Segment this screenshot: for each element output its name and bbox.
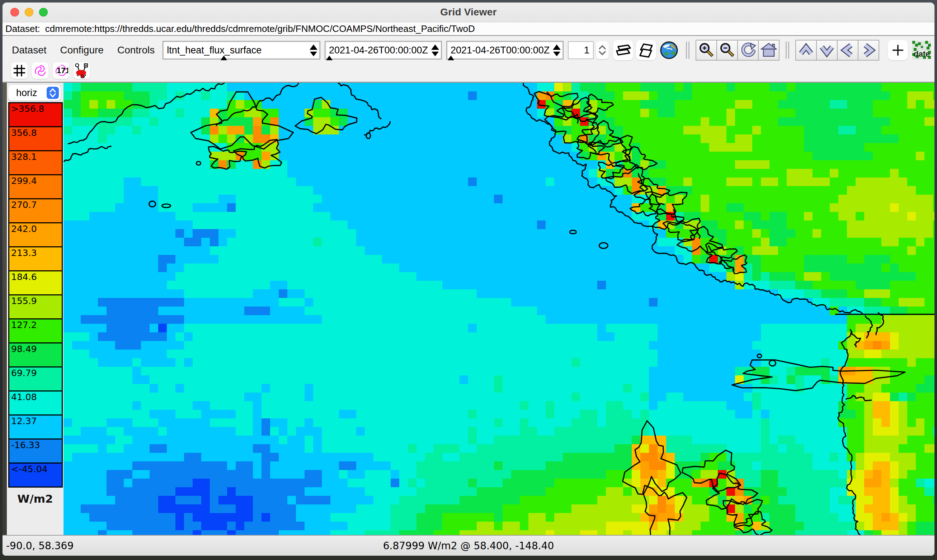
legend-entry: <-45.04 xyxy=(8,463,63,488)
runtime-combo-value: 2021-04-26T00:00:00Z xyxy=(329,45,429,56)
zoom-in-button[interactable] xyxy=(696,40,717,60)
legend-entry: 98.49 xyxy=(8,342,63,368)
zoom-out-button[interactable] xyxy=(717,40,738,60)
legend-entry: 184.6 xyxy=(8,270,63,295)
variable-combo-value: ltnt_heat_flux_surface xyxy=(167,45,307,56)
grid-viewer-window: Grid Viewer Dataset: cdmremote:https://t… xyxy=(3,3,934,556)
legend-entry: 127.2 xyxy=(8,318,63,343)
layers-button[interactable] xyxy=(613,40,633,60)
window-title: Grid Viewer xyxy=(440,6,496,18)
grid-toggle-button[interactable] xyxy=(11,62,28,79)
dataset-label: Dataset: xyxy=(5,23,40,34)
main-toolbar: Dataset Configure Controls ltnt_heat_flu… xyxy=(3,36,934,65)
svg-text:171: 171 xyxy=(57,66,68,75)
legend-entry: 299.4 xyxy=(8,174,63,199)
menu-configure[interactable]: Configure xyxy=(60,45,104,56)
probe-value-readout: 6.87999 W/m2 @ 58.400, -148.40 xyxy=(3,540,934,552)
legend-entry: 155.9 xyxy=(8,294,63,320)
legend-entry: >356.8 xyxy=(8,102,63,127)
legend-entry: 242.0 xyxy=(8,222,63,248)
contours-swirl-icon xyxy=(33,63,47,78)
legend-entry: 356.8 xyxy=(8,126,63,151)
dateline-map-icon: date xyxy=(912,41,931,60)
legend-entry: 328.1 xyxy=(8,150,63,175)
view-selector[interactable]: horiz xyxy=(8,85,61,101)
add-view-button[interactable] xyxy=(888,40,908,60)
nav-left-button[interactable] xyxy=(838,40,858,60)
chevron-down-icon xyxy=(818,42,835,58)
caret-marker-icon xyxy=(448,55,454,60)
nav-right-button[interactable] xyxy=(858,40,878,60)
chevron-up-icon xyxy=(598,45,606,50)
layers-icon xyxy=(615,42,632,58)
contour-labels-icon: 171 xyxy=(54,63,68,78)
status-bar: -90.0, 58.369 6.87999 W/m2 @ 58.400, -14… xyxy=(3,535,934,556)
zoom-in-icon xyxy=(698,42,715,58)
nav-down-button[interactable] xyxy=(817,40,838,60)
home-button[interactable] xyxy=(759,40,779,60)
valid-time-combo-value: 2021-04-26T00:00:00Z xyxy=(450,45,551,56)
content-area: horiz >356.8356.8328.1299.4270.7242.0213… xyxy=(3,83,934,535)
dataset-bar: Dataset: cdmremote:https://thredds.ucar.… xyxy=(3,22,934,36)
toolbar-separator xyxy=(784,42,790,59)
globe-icon xyxy=(660,41,678,60)
runtime-combo[interactable]: 2021-04-26T00:00:00Z xyxy=(325,41,442,60)
red-bug-icon xyxy=(74,63,89,78)
legend-units: W/m2 xyxy=(7,488,63,510)
reset-rotate-button[interactable] xyxy=(738,40,759,60)
zoom-group xyxy=(695,40,780,61)
chevron-right-icon xyxy=(860,42,877,58)
legend-entry: 12.37 xyxy=(8,414,63,440)
caret-marker-icon xyxy=(326,55,333,60)
globe-button[interactable] xyxy=(659,40,679,60)
spinner-arrows-icon[interactable] xyxy=(551,42,563,59)
legend-entry: 69.79 xyxy=(8,366,63,391)
home-icon xyxy=(760,42,777,58)
legend-entry: 270.7 xyxy=(8,198,63,223)
legend-panel: horiz >356.8356.8328.1299.4270.7242.0213… xyxy=(7,83,63,535)
valid-time-combo[interactable]: 2021-04-26T00:00:00Z xyxy=(446,41,564,60)
caret-marker-icon xyxy=(220,55,227,60)
legend-entry: 41.08 xyxy=(8,391,63,415)
legend: >356.8356.8328.1299.4270.7242.0213.3184.… xyxy=(8,102,63,488)
display-toolbar: 171 xyxy=(3,65,934,83)
probe-toggle-button[interactable] xyxy=(74,62,90,79)
close-button[interactable] xyxy=(11,8,19,17)
cursor-position-readout: -90.0, 58.369 xyxy=(6,540,74,552)
pages-icon xyxy=(638,42,654,58)
titlebar[interactable]: Grid Viewer xyxy=(3,3,934,22)
level-stepper[interactable] xyxy=(596,41,609,59)
plus-icon xyxy=(890,42,906,58)
menu-dataset[interactable]: Dataset xyxy=(12,45,47,56)
view-selector-value: horiz xyxy=(16,88,37,98)
legend-entry: -16.33 xyxy=(8,438,63,463)
zoom-button[interactable] xyxy=(39,8,48,17)
nav-group xyxy=(795,40,879,61)
contour-labels-toggle-button[interactable]: 171 xyxy=(53,62,69,79)
variable-combo[interactable]: ltnt_heat_flux_surface xyxy=(162,41,321,60)
svg-text:date: date xyxy=(914,49,930,58)
dateline-button[interactable]: date xyxy=(912,40,932,60)
level-field[interactable]: 1 xyxy=(568,41,594,59)
menu-controls[interactable]: Controls xyxy=(117,45,155,56)
pages-button[interactable] xyxy=(636,40,656,60)
minimize-button[interactable] xyxy=(25,8,33,17)
rotate-arrow-icon xyxy=(740,42,756,58)
nav-up-button[interactable] xyxy=(796,40,817,60)
legend-entry: 213.3 xyxy=(8,246,63,271)
updown-chevrons-icon xyxy=(47,87,59,99)
toolbar-separator xyxy=(685,42,690,59)
map-canvas[interactable] xyxy=(63,83,934,535)
dataset-url: cdmremote:https://thredds.ucar.edu/thred… xyxy=(45,23,475,34)
chevron-left-icon xyxy=(840,42,856,58)
spinner-arrows-icon[interactable] xyxy=(429,42,441,59)
panel-edge xyxy=(3,83,7,535)
grid-icon xyxy=(12,63,26,78)
spinner-arrows-icon[interactable] xyxy=(307,42,320,59)
chevron-down-icon xyxy=(598,51,606,55)
contours-toggle-button[interactable] xyxy=(32,62,48,79)
zoom-out-icon xyxy=(719,42,735,58)
map-view[interactable] xyxy=(63,83,934,535)
chevron-up-icon xyxy=(798,42,814,58)
